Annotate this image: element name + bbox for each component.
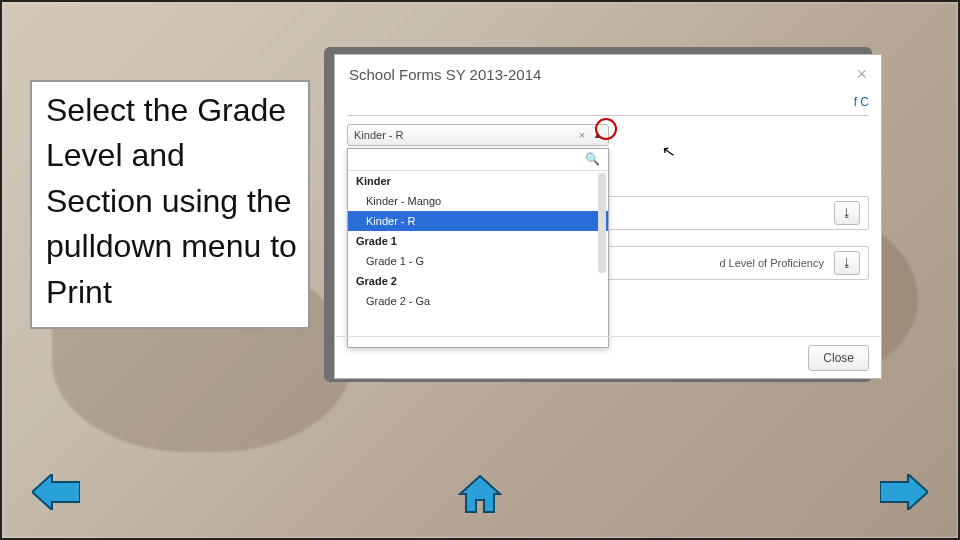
school-forms-modal: School Forms SY 2013-2014 × f C ⭳ d Leve… — [334, 54, 882, 379]
dropdown-list: Kinder Kinder - Mango Kinder - R Grade 1… — [348, 171, 608, 347]
search-icon: 🔍 — [585, 152, 600, 166]
instruction-text: Select the Grade Level and Section using… — [30, 80, 310, 329]
next-button[interactable] — [880, 474, 928, 510]
grade-section-dropdown: 🔍 Kinder Kinder - Mango Kinder - R Grade… — [347, 148, 609, 348]
download-icon: ⭳ — [841, 206, 853, 220]
arrow-right-icon — [880, 474, 928, 510]
download-button-2[interactable]: ⭳ — [834, 251, 860, 275]
prev-button[interactable] — [32, 474, 80, 510]
modal-footer: Close — [335, 336, 881, 378]
dropdown-search[interactable]: 🔍 — [348, 149, 608, 171]
dropdown-group: Grade 2 — [348, 271, 608, 291]
dropdown-item[interactable]: Kinder - Mango — [348, 191, 608, 211]
download-icon: ⭳ — [841, 256, 853, 270]
modal-title: School Forms SY 2013-2014 — [349, 66, 541, 83]
modal-tab-strip: f C — [347, 91, 869, 116]
download-button-1[interactable]: ⭳ — [834, 201, 860, 225]
dropdown-item[interactable]: Grade 1 - G — [348, 251, 608, 271]
home-button[interactable] — [458, 474, 502, 514]
modal-body: ⭳ d Level of Proficiency ⭳ Kinder - R × … — [335, 116, 881, 346]
clear-icon[interactable]: × — [575, 129, 589, 141]
dropdown-group: Grade 1 — [348, 231, 608, 251]
close-button[interactable]: Close — [808, 345, 869, 371]
modal-header: School Forms SY 2013-2014 × — [335, 55, 881, 91]
dropdown-scrollbar[interactable] — [598, 173, 606, 273]
chevron-down-icon[interactable]: ▲ — [589, 130, 602, 140]
tab-fragment: f C — [854, 95, 869, 109]
dropdown-item-selected[interactable]: Kinder - R — [348, 211, 608, 231]
row2-text: d Level of Proficiency — [719, 257, 824, 269]
select-value: Kinder - R — [354, 129, 404, 141]
grade-section-select[interactable]: Kinder - R × ▲ — [347, 124, 609, 146]
dropdown-item[interactable]: Grade 2 - Ga — [348, 291, 608, 311]
home-icon — [458, 474, 502, 514]
arrow-left-icon — [32, 474, 80, 510]
dropdown-group: Kinder — [348, 171, 608, 191]
close-icon[interactable]: × — [856, 65, 867, 83]
